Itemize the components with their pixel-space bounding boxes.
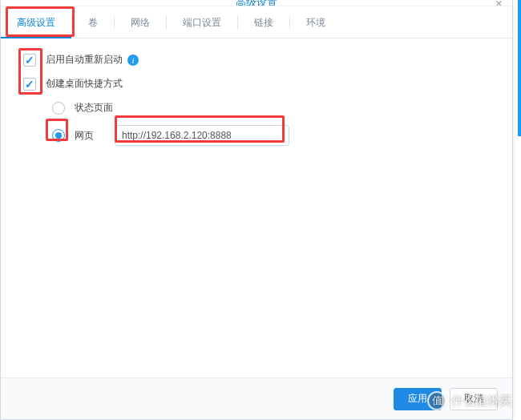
modal-title: 高级设置 — [236, 0, 277, 6]
scroll-indicator[interactable] — [518, 0, 521, 136]
info-icon[interactable]: i — [127, 55, 139, 66]
tab-advanced[interactable]: 高级设置 — [1, 6, 71, 38]
settings-body: ✓ 启用自动重新启动 i ✓ 创建桌面快捷方式 状态页面 网页 — [1, 38, 512, 378]
auto-restart-checkbox[interactable]: ✓ — [23, 54, 36, 67]
auto-restart-label: 启用自动重新启动 — [46, 53, 123, 67]
tab-port[interactable]: 端口设置 — [167, 6, 237, 38]
tab-network[interactable]: 网络 — [115, 6, 166, 38]
modal-footer: 应用 取消 — [1, 378, 512, 419]
auto-restart-row: ✓ 启用自动重新启动 i — [23, 53, 493, 67]
desktop-shortcut-row: ✓ 创建桌面快捷方式 — [23, 77, 493, 91]
url-input[interactable] — [115, 125, 289, 146]
tab-bar: 高级设置 卷 网络 端口设置 链接 环境 — [1, 6, 512, 38]
status-page-radio[interactable] — [52, 102, 65, 115]
modal-title-bar: 高级设置 × — [1, 0, 512, 6]
web-page-radio[interactable] — [52, 129, 65, 142]
tab-env[interactable]: 环境 — [290, 6, 341, 38]
apply-button[interactable]: 应用 — [394, 388, 442, 410]
settings-modal: 高级设置 × 高级设置 卷 网络 端口设置 链接 环境 ✓ 启用自动重新启动 i… — [0, 0, 513, 420]
tab-volume[interactable]: 卷 — [72, 6, 114, 38]
desktop-shortcut-label: 创建桌面快捷方式 — [46, 77, 123, 91]
web-page-label: 网页 — [75, 129, 94, 143]
desktop-shortcut-checkbox[interactable]: ✓ — [23, 78, 36, 91]
close-icon[interactable]: × — [495, 0, 503, 6]
tab-link[interactable]: 链接 — [238, 6, 289, 38]
status-page-row: 状态页面 — [52, 101, 493, 115]
status-page-label: 状态页面 — [75, 101, 113, 115]
web-page-row: 网页 — [52, 125, 493, 146]
cancel-button[interactable]: 取消 — [450, 388, 498, 410]
